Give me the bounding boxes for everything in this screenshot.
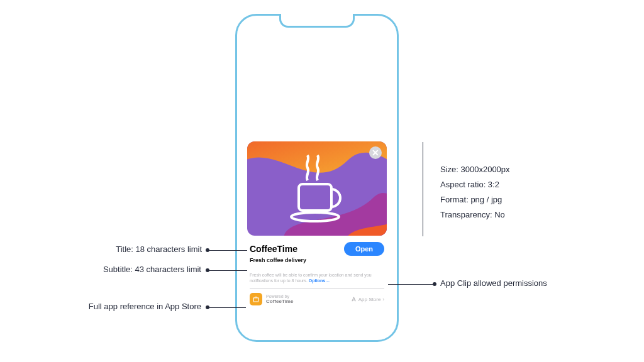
app-icon xyxy=(250,293,262,305)
spec-ratio: Aspect ratio: 3:2 xyxy=(440,180,499,189)
app-store-link[interactable]: App Store › xyxy=(351,297,384,302)
permissions-text: Fresh coffee will be able to confirm you… xyxy=(247,268,387,288)
leader xyxy=(209,250,247,251)
title-row: CoffeeTime Open xyxy=(247,236,387,257)
phone-mockup: ✕ CoffeeTime Open Fresh coffee delivery … xyxy=(235,14,399,342)
spec-transparency: Transparency: No xyxy=(440,210,505,219)
hero-image: ✕ xyxy=(247,141,387,236)
ann-permissions: App Clip allowed permissions xyxy=(440,278,547,288)
chevron-right-icon: › xyxy=(382,297,384,302)
powered-name: CoffeeTime xyxy=(266,299,293,304)
spec-size: Size: 3000x2000px xyxy=(440,165,510,174)
ann-subtitle: Subtitle: 43 characters limit xyxy=(57,265,201,274)
open-button[interactable]: Open xyxy=(344,242,384,256)
bag-icon xyxy=(252,295,260,303)
spec-bracket xyxy=(423,142,423,236)
coffee-artwork xyxy=(247,141,387,236)
powered-label: Powered by xyxy=(266,294,293,299)
leader xyxy=(209,307,246,308)
close-icon[interactable]: ✕ xyxy=(369,146,382,159)
appstore-icon xyxy=(351,297,357,302)
phone-notch xyxy=(279,14,355,28)
leader xyxy=(209,270,247,271)
powered-by[interactable]: Powered by CoffeeTime xyxy=(250,293,293,305)
ann-footer: Full app reference in App Store xyxy=(48,302,201,311)
app-title: CoffeeTime xyxy=(250,244,297,254)
app-subtitle: Fresh coffee delivery xyxy=(247,257,387,268)
leader xyxy=(388,284,433,285)
spec-format: Format: png / jpg xyxy=(440,195,502,204)
options-link[interactable]: Options… xyxy=(309,278,330,283)
footer-row: Powered by CoffeeTime App Store › xyxy=(247,289,387,305)
ann-title: Title: 18 characters limit xyxy=(76,244,202,254)
app-clip-card: ✕ CoffeeTime Open Fresh coffee delivery … xyxy=(247,141,387,305)
